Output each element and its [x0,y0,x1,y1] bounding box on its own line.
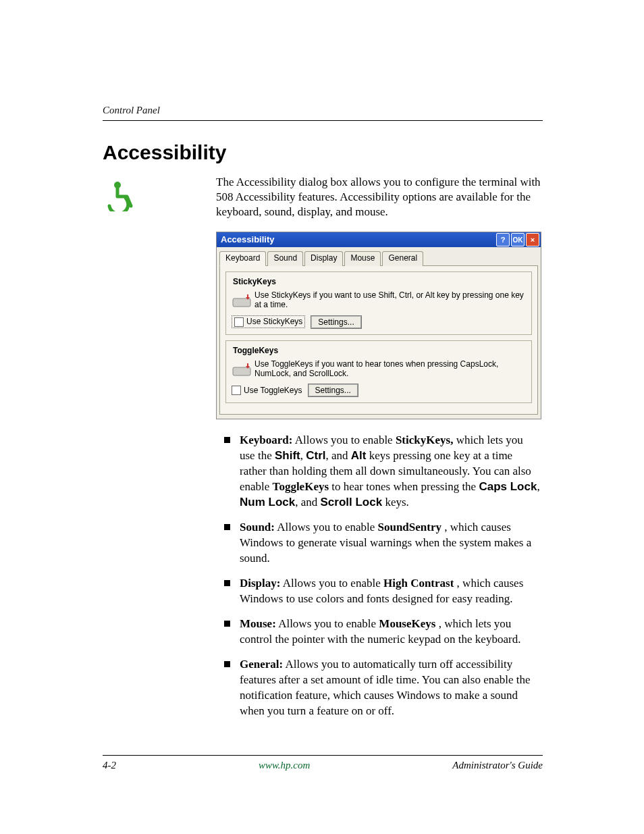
text: , [300,449,306,462]
use-togglekeys-checkbox[interactable]: Use ToggleKeys [232,386,302,396]
term-stickykeys: StickyKeys, [396,434,453,446]
tab-mouse[interactable]: Mouse [344,251,381,266]
footer-url: www.hp.com [116,760,452,771]
text: Allows you to enable [277,521,377,533]
accessibility-dialog: Accessibility ? OK × Keyboard Sound Disp… [216,232,541,419]
page-number: 4-2 [103,760,116,771]
close-button[interactable]: × [526,233,539,246]
term-togglekeys: ToggleKeys [273,480,329,493]
text: Allows you to enable [283,577,383,590]
ok-button[interactable]: OK [511,233,525,246]
intro-text: The Accessibility dialog box allows you … [216,175,543,219]
tab-display[interactable]: Display [304,251,343,266]
term-scrolllock: Scroll Lock [320,496,382,509]
use-stickykeys-checkbox[interactable]: Use StickyKeys [232,315,305,329]
togglekeys-settings-button[interactable]: Settings... [308,384,358,397]
dialog-title: Accessibility [221,234,495,246]
togglekeys-group: ToggleKeys Use ToggleKeys if you want to… [225,340,532,404]
term-soundsentry: SoundSentry [378,521,441,533]
rule-bottom [103,755,543,756]
togglekeys-legend: ToggleKeys [232,346,279,357]
term-highcontrast: High Contrast [383,577,454,590]
bullet-icon [224,661,230,667]
tab-sound[interactable]: Sound [267,251,303,266]
feature-list: Keyboard: Allows you to enable StickyKey… [216,433,543,719]
stickykeys-group: StickyKeys Use StickyKeys if you want to… [225,271,532,335]
use-stickykeys-label: Use StickyKeys [246,317,302,328]
breadcrumb: Control Panel [103,105,543,116]
term-capslock: Caps Lock [479,480,537,493]
stickykeys-desc: Use StickyKeys if you want to use Shift,… [254,290,526,310]
text: to hear tones when pressing the [331,480,479,493]
general-label: General: [240,658,283,671]
page-footer: 4-2 www.hp.com Administrator's Guide [103,755,543,771]
list-item: Keyboard: Allows you to enable StickyKey… [216,433,540,511]
togglekeys-desc: Use ToggleKeys if you want to hear tones… [254,359,526,379]
footer-guide: Administrator's Guide [452,760,543,771]
list-item: General: Allows you to automatically tur… [216,657,540,719]
bullet-icon [224,437,230,443]
bullet-icon [224,580,230,586]
tab-keyboard[interactable]: Keyboard [219,251,266,266]
text: , and [326,449,351,462]
keyboard-icon [232,290,254,311]
term-shift: Shift [275,449,300,462]
rule-top [103,120,543,121]
bullet-icon [224,621,230,627]
sound-label: Sound: [240,521,275,533]
kb-label: Keyboard: [240,434,292,446]
term-ctrl: Ctrl [306,449,325,462]
use-togglekeys-label: Use ToggleKeys [244,386,302,396]
tab-general[interactable]: General [382,251,423,266]
text: Allows you to enable [278,617,379,630]
mouse-label: Mouse: [240,617,276,630]
bullet-icon [224,524,230,530]
text: , and [295,496,320,509]
term-mousekeys: MouseKeys [379,617,435,630]
tab-keyboard-body: StickyKeys Use StickyKeys if you want to… [219,265,538,415]
stickykeys-settings-button[interactable]: Settings... [311,315,361,329]
list-item: Mouse: Allows you to enable MouseKeys , … [216,617,540,648]
text: Allows you to automatically turn off acc… [240,658,531,717]
dialog-titlebar[interactable]: Accessibility ? OK × [217,232,541,247]
list-item: Sound: Allows you to enable SoundSentry … [216,520,540,567]
accessibility-icon [103,179,135,211]
keyboard-icon [232,359,254,380]
display-label: Display: [240,577,280,590]
term-numlock: Num Lock [240,496,295,509]
text: , [537,480,539,493]
text: keys. [385,496,408,509]
stickykeys-legend: StickyKeys [232,277,277,288]
term-alt: Alt [351,449,367,462]
list-item: Display: Allows you to enable High Contr… [216,576,540,607]
page-title: Accessibility [103,141,543,164]
dialog-tabs: Keyboard Sound Display Mouse General [217,247,541,266]
text: Allows you to enable [295,434,396,446]
help-button[interactable]: ? [496,233,510,246]
